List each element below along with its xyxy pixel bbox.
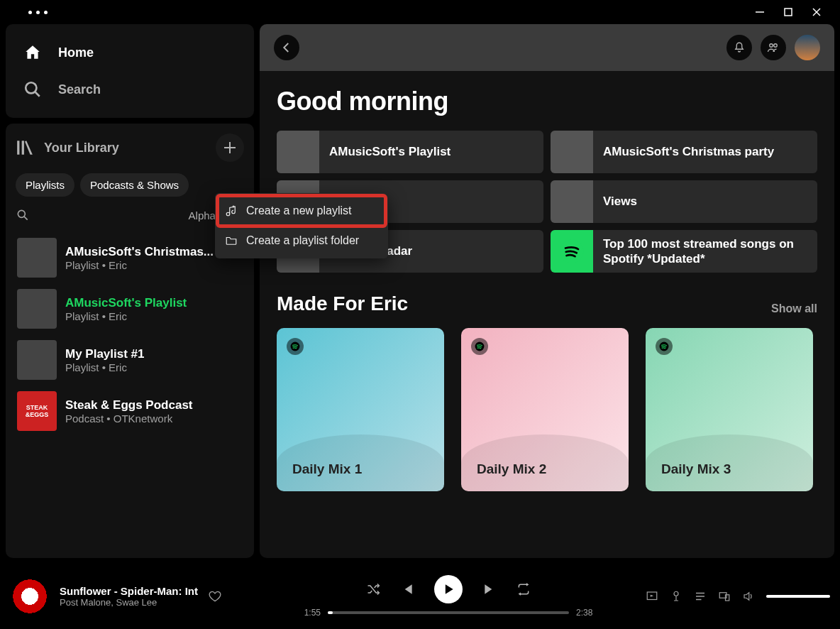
progress-bar[interactable] (328, 611, 569, 614)
show-all-link[interactable]: Show all (771, 302, 817, 315)
card-label: Daily Mix 1 (292, 461, 362, 477)
playlist-thumb (17, 289, 57, 329)
now-playing-artist[interactable]: Post Malone, Swae Lee (60, 597, 198, 608)
repeat-button[interactable] (516, 582, 531, 596)
library-search-icon[interactable] (16, 208, 30, 222)
svg-rect-6 (17, 141, 19, 155)
play-button[interactable] (434, 575, 463, 603)
now-playing-title[interactable]: Sunflower - Spider-Man: Int (60, 585, 198, 597)
shuffle-icon (366, 582, 380, 596)
playlist-thumb (17, 238, 57, 278)
skip-back-icon (400, 582, 414, 596)
spotify-icon (559, 239, 585, 264)
nav-home[interactable]: Home (18, 34, 241, 71)
library-add-button[interactable] (216, 133, 244, 162)
next-button[interactable] (482, 582, 497, 596)
library-item-title: AMusicSoft's Playlist (65, 296, 187, 310)
shortcut-tile[interactable]: Views (551, 180, 817, 223)
lyrics-button[interactable] (670, 590, 682, 603)
library-item[interactable]: AMusicSoft's Christmas... Playlist • Eri… (11, 232, 248, 283)
daily-mix-card[interactable]: Daily Mix 3 (646, 328, 813, 491)
greeting-heading: Good morning (277, 87, 817, 116)
shortcut-tile[interactable]: AMusicSoft's Playlist (277, 131, 543, 173)
volume-bar[interactable] (766, 595, 830, 598)
tile-thumb (551, 180, 593, 223)
library-item-title: AMusicSoft's Christmas... (65, 245, 214, 259)
queue-icon (694, 590, 707, 603)
previous-button[interactable] (400, 582, 414, 596)
nav-search-label: Search (58, 82, 101, 97)
now-playing-icon (646, 590, 658, 603)
daily-mix-card[interactable]: Daily Mix 2 (461, 328, 629, 491)
chip-podcasts[interactable]: Podcasts & Shows (80, 173, 189, 197)
library-item-subtitle: Playlist • Eric (65, 259, 214, 271)
nav-home-label: Home (58, 45, 94, 60)
skip-forward-icon (482, 582, 497, 596)
time-elapsed: 1:55 (304, 608, 321, 618)
card-label: Daily Mix 3 (661, 461, 731, 477)
like-button[interactable] (208, 589, 222, 603)
chevron-left-icon (280, 41, 293, 54)
shuffle-button[interactable] (366, 582, 380, 596)
mute-button[interactable] (742, 590, 755, 603)
library-title: Your Library (44, 141, 119, 155)
home-icon (23, 43, 43, 62)
podcast-thumb: STEAK&EGGS (17, 391, 57, 431)
svg-line-11 (24, 217, 28, 220)
svg-point-12 (770, 44, 773, 48)
tile-title: AMusicSoft's Christmas party (603, 144, 774, 159)
tile-thumb (551, 131, 593, 173)
nav-search[interactable]: Search (18, 71, 241, 108)
library-item-title: Steak & Eggs Podcast (65, 398, 193, 412)
library-item-subtitle: Playlist • Eric (65, 310, 187, 322)
window-close[interactable] (810, 6, 823, 18)
bell-icon (733, 41, 746, 54)
library-item[interactable]: My Playlist #1 Playlist • Eric (11, 334, 248, 385)
library-item[interactable]: AMusicSoft's Playlist Playlist • Eric (11, 283, 248, 334)
music-plus-icon (225, 204, 238, 217)
your-library-toggle[interactable]: Your Library (16, 138, 119, 157)
connect-button[interactable] (718, 590, 731, 603)
notifications-button[interactable] (726, 35, 752, 60)
folder-icon (225, 234, 238, 247)
friends-button[interactable] (761, 35, 786, 60)
tile-thumb (551, 230, 593, 273)
svg-point-19 (674, 591, 678, 596)
now-playing-art[interactable] (10, 576, 50, 616)
search-icon (23, 80, 43, 99)
menu-create-playlist[interactable]: Create a new playlist (218, 196, 385, 226)
menu-item-label: Create a playlist folder (246, 234, 359, 247)
back-button[interactable] (274, 35, 299, 60)
devices-icon (718, 590, 731, 603)
spotify-icon (287, 338, 304, 355)
spotify-icon (471, 338, 488, 355)
svg-rect-7 (22, 141, 24, 155)
daily-mix-card[interactable]: Daily Mix 1 (277, 328, 444, 491)
create-context-menu: Create a new playlist Create a playlist … (215, 193, 388, 258)
friends-icon (767, 41, 780, 54)
app-menu-dots[interactable] (7, 11, 48, 14)
shortcut-tile[interactable]: Top 100 most streamed songs on Spotify *… (551, 230, 817, 273)
profile-avatar[interactable] (795, 35, 820, 60)
tile-thumb (277, 131, 319, 173)
library-item[interactable]: STEAK&EGGS Steak & Eggs Podcast Podcast … (11, 385, 248, 437)
section-title[interactable]: Made For Eric (277, 292, 408, 315)
svg-rect-1 (785, 9, 792, 16)
window-maximize[interactable] (782, 6, 795, 18)
menu-create-folder[interactable]: Create a playlist folder (218, 226, 385, 256)
volume-icon (742, 590, 755, 603)
tile-title: Views (603, 194, 637, 209)
library-item-subtitle: Podcast • OTKnetwork (65, 412, 193, 425)
library-item-title: My Playlist #1 (65, 347, 145, 361)
plus-icon (223, 141, 236, 154)
chip-playlists[interactable]: Playlists (16, 173, 74, 197)
svg-point-4 (26, 82, 36, 93)
repeat-icon (516, 582, 531, 596)
window-minimize[interactable] (753, 6, 766, 18)
tile-title: Top 100 most streamed songs on Spotify *… (603, 236, 817, 267)
now-playing-view-button[interactable] (646, 590, 658, 603)
library-icon (16, 138, 34, 157)
shortcut-tile[interactable]: AMusicSoft's Christmas party (551, 131, 817, 173)
queue-button[interactable] (694, 590, 707, 603)
tile-title: AMusicSoft's Playlist (329, 144, 451, 159)
